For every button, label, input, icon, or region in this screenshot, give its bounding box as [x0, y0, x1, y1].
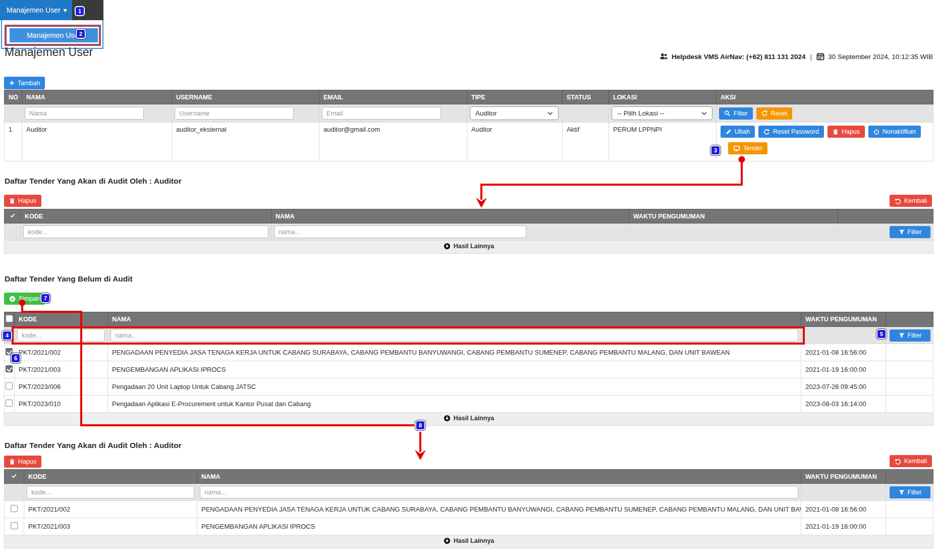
audit-bottom-hapus-button[interactable]: Hapus: [4, 456, 41, 468]
tipe-select[interactable]: Auditor: [470, 106, 559, 120]
audit-bottom-filter-row: Filter: [5, 484, 933, 501]
check-icon: [11, 473, 17, 479]
col-lokasi: LOKASI: [609, 90, 716, 104]
belum-kode-input[interactable]: [17, 329, 105, 342]
audit-top-more-row: Hasil Lainnya: [5, 241, 933, 254]
cell-kode: PKT/2021/003: [24, 518, 197, 535]
user-no: 1: [5, 123, 22, 161]
cell-actions: [886, 501, 933, 518]
row-checkbox[interactable]: [6, 400, 13, 407]
audit-bottom-row: PKT/2021/002 PENGADAAN PENYEDIA JASA TEN…: [5, 501, 933, 518]
cell-actions: [886, 361, 933, 378]
audit-top-kembali-button[interactable]: Kembali: [890, 195, 932, 207]
nama-filter-input[interactable]: [25, 107, 144, 120]
col-kode: KODE: [24, 470, 197, 484]
cell-kode: PKT/2021/002: [15, 344, 108, 361]
audit-bottom-nama-input[interactable]: [200, 486, 798, 498]
user-row: 1 Auditor auditor_eksternal auditor@gmai…: [5, 123, 933, 161]
col-kode: KODE: [21, 209, 271, 223]
cell-waktu: 2021-01-08 16:56:00: [801, 501, 886, 518]
nonaktifkan-label: Nonaktifkan: [883, 128, 916, 135]
trash-icon: [833, 129, 839, 135]
col-email: EMAIL: [319, 90, 467, 104]
more-results-link[interactable]: Hasil Lainnya: [444, 415, 494, 422]
annotation-badge-8: 8: [415, 420, 425, 430]
audit-bottom-filter-button[interactable]: Filter: [890, 486, 930, 498]
row-checkbox[interactable]: [6, 382, 13, 389]
hapus-user-button[interactable]: Hapus: [828, 126, 865, 138]
nav-menu-manajemen-user[interactable]: Manajemen User ▾: [0, 0, 72, 20]
row-checkbox[interactable]: [11, 522, 18, 529]
cell-actions: [886, 378, 933, 396]
reset-password-button[interactable]: Reset Password: [758, 126, 824, 138]
user-tipe: Auditor: [467, 123, 563, 161]
down-circle-icon: [444, 243, 451, 250]
annotation-badge-7: 7: [40, 293, 50, 303]
funnel-icon: [899, 229, 905, 235]
tender-button[interactable]: Tender: [728, 142, 767, 154]
users-filter-button[interactable]: Filter: [719, 107, 753, 120]
cell-nama: Pengadaan 20 Unit Laptop Untuk Cabang JA…: [108, 378, 801, 396]
cell-waktu: 2021-01-19 16:00:00: [801, 518, 886, 535]
audit-top-filter-row: Filter: [5, 223, 933, 241]
user-email: auditor@gmail.com: [319, 123, 467, 161]
funnel-icon: [899, 332, 905, 339]
audit-bottom-kembali-label: Kembali: [904, 458, 927, 465]
col-waktu: WAKTU PENGUMUMAN: [629, 209, 838, 223]
nonaktifkan-button[interactable]: Nonaktifkan: [868, 126, 921, 138]
undo-icon: [895, 458, 901, 465]
lokasi-select-value: -- Pilih Lokasi --: [617, 109, 665, 117]
email-filter-input[interactable]: [322, 107, 441, 120]
more-results-link[interactable]: Hasil Lainnya: [444, 243, 494, 250]
belum-filter-button[interactable]: Filter: [890, 329, 930, 342]
audit-top-hapus-label: Hapus: [18, 197, 36, 204]
users-reset-button[interactable]: Reset: [756, 107, 793, 120]
row-checkbox[interactable]: [11, 505, 18, 512]
select-all-checkbox[interactable]: [6, 315, 13, 322]
audit-top-kode-input[interactable]: [23, 226, 268, 238]
annotation-arrowhead-1: [476, 198, 487, 208]
audit-bottom-row: PKT/2021/003 PENGEMBANGAN APLIKASI IPROC…: [5, 518, 933, 535]
users-reset-label: Reset: [771, 110, 788, 117]
annotation-badge-4: 4: [2, 330, 12, 341]
audit-top-nama-input[interactable]: [274, 226, 526, 238]
row-checkbox[interactable]: [6, 365, 13, 372]
audit-top-hapus-button[interactable]: Hapus: [4, 195, 41, 207]
cell-nama: PENGADAAN PENYEDIA JASA TENAGA KERJA UNT…: [108, 344, 801, 361]
nav-menu-label: Manajemen User: [7, 6, 61, 14]
undo-icon: [895, 198, 901, 204]
belum-row: PKT/2021/003 PENGEMBANGAN APLIKASI IPROC…: [5, 361, 933, 378]
audit-top-kembali-label: Kembali: [904, 197, 927, 204]
belum-row: PKT/2021/002 PENGADAAN PENYEDIA JASA TEN…: [5, 344, 933, 361]
header-separator: |: [809, 53, 813, 61]
audit-top-heading: Daftar Tender Yang Akan di Audit Oleh : …: [5, 177, 182, 186]
audit-bottom-kembali-button[interactable]: Kembali: [890, 455, 932, 467]
col-tipe: TIPE: [467, 90, 563, 104]
users-filter-row: Auditor -- Pilih Lokasi -- Filter Reset: [5, 104, 933, 123]
page: Manajemen User ▾ Manajemen User Manajeme…: [0, 0, 937, 560]
username-filter-input[interactable]: [175, 107, 294, 120]
audit-top-filter-button[interactable]: Filter: [890, 226, 930, 238]
cell-nama: PENGEMBANGAN APLIKASI IPROCS: [197, 518, 801, 535]
col-waktu: WAKTU PENGUMUMAN: [801, 312, 886, 327]
belum-nama-input[interactable]: [111, 329, 798, 342]
belum-heading: Daftar Tender Yang Belum di Audit: [5, 274, 133, 284]
tambah-button[interactable]: Tambah: [4, 77, 45, 89]
belum-header-row: KODE NAMA WAKTU PENGUMUMAN: [5, 312, 933, 327]
col-waktu: WAKTU PENGUMUMAN: [801, 470, 886, 484]
annotation-badge-2: 2: [76, 29, 86, 39]
more-results-link[interactable]: Hasil Lainnya: [444, 537, 494, 544]
user-username: auditor_eksternal: [172, 123, 319, 161]
col-nama: NAMA: [271, 209, 629, 223]
lokasi-select[interactable]: -- Pilih Lokasi --: [612, 106, 712, 120]
audit-bottom-kode-input[interactable]: [27, 486, 194, 498]
calendar-icon: [816, 52, 824, 61]
simpan-button[interactable]: Simpan: [4, 293, 45, 305]
col-status: STATUS: [563, 90, 609, 104]
annotation-highlight-ring: Manajemen User: [5, 25, 101, 46]
belum-more-row: Hasil Lainnya: [5, 413, 933, 426]
monitor-icon: [733, 145, 740, 152]
more-results-label: Hasil Lainnya: [454, 537, 494, 544]
col-nama: NAMA: [108, 312, 801, 327]
ubah-button[interactable]: Ubah: [721, 126, 755, 138]
